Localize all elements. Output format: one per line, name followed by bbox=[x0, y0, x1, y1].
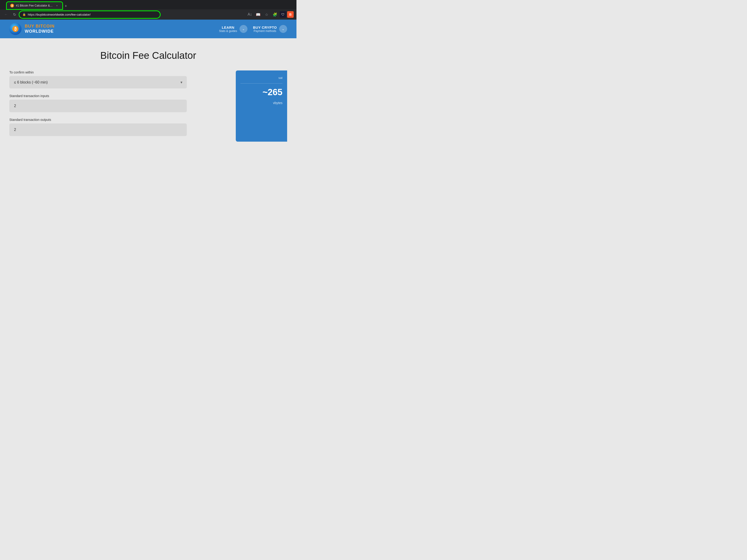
outputs-field-group: Standard transaction outputs bbox=[9, 118, 187, 136]
form-section: To confirm within ≤ 6 blocks (~60 min) ≤… bbox=[9, 71, 187, 142]
browser-chrome: ₿ #1 Bitcoin Fee Calculator & Estin × + … bbox=[0, 0, 297, 20]
learn-sub: Stats & guides bbox=[219, 29, 237, 33]
buy-crypto-label: BUY CRYPTO bbox=[253, 25, 277, 29]
logo-bitcoin-symbol: ₿ bbox=[15, 27, 17, 31]
confirm-label: To confirm within bbox=[9, 71, 187, 74]
result-vbytes-label: vbytes bbox=[240, 101, 282, 105]
extensions-button[interactable]: 🧩 bbox=[271, 11, 279, 18]
favorites-button[interactable]: ☆ bbox=[263, 11, 270, 18]
logo-text: BUY BITCOIN WORLDWIDE bbox=[25, 24, 55, 34]
brave-icon[interactable]: B bbox=[287, 11, 294, 18]
back-button[interactable]: ← bbox=[3, 11, 9, 18]
learn-nav-text: LEARN Stats & guides bbox=[219, 25, 237, 33]
tab-favicon: ₿ bbox=[10, 4, 14, 7]
confirm-select[interactable]: ≤ 6 blocks (~60 min) ≤ 1 block (~10 min)… bbox=[9, 76, 187, 88]
nav-links: LEARN Stats & guides ⌄ BUY CRYPTO Paymen… bbox=[219, 25, 287, 33]
address-bar-row: ← ↻ 🔒 https://buybitcoinworldwide.com/fe… bbox=[0, 9, 297, 20]
result-panel: sat ~265 vbytes bbox=[236, 71, 287, 142]
reload-button[interactable]: ↻ bbox=[11, 11, 18, 18]
page-title: Bitcoin Fee Calculator bbox=[9, 50, 287, 61]
tab-area: ₿ #1 Bitcoin Fee Calculator & Estin × + bbox=[6, 2, 294, 9]
result-unit-label: sat bbox=[240, 76, 282, 80]
learn-nav-item[interactable]: LEARN Stats & guides ⌄ bbox=[219, 25, 247, 33]
site-header: ₿ BUY BITCOIN WORLDWIDE LEARN Stats & gu… bbox=[0, 20, 297, 38]
logo-area[interactable]: ₿ BUY BITCOIN WORLDWIDE bbox=[9, 23, 55, 35]
address-bar[interactable]: 🔒 https://buybitcoinworldwide.com/fee-ca… bbox=[20, 11, 160, 18]
confirm-select-wrapper: ≤ 6 blocks (~60 min) ≤ 1 block (~10 min)… bbox=[9, 76, 187, 88]
buy-crypto-sub: Payment methods bbox=[253, 29, 277, 33]
address-text: https://buybitcoinworldwide.com/fee-calc… bbox=[28, 13, 157, 16]
learn-dropdown-button[interactable]: ⌄ bbox=[239, 25, 248, 33]
logo-text-bottom: WORLDWIDE bbox=[25, 29, 55, 34]
browser-actions: A↕ 📖 ☆ 🧩 🛡 B bbox=[246, 11, 294, 18]
shield-icon[interactable]: 🛡 bbox=[280, 11, 286, 18]
buy-crypto-nav-item[interactable]: BUY CRYPTO Payment methods ⌄ bbox=[253, 25, 287, 33]
calculator-area: To confirm within ≤ 6 blocks (~60 min) ≤… bbox=[9, 71, 287, 142]
inputs-field-group: Standard transaction inputs bbox=[9, 94, 187, 112]
tab-close-button[interactable]: × bbox=[55, 4, 59, 7]
outputs-label: Standard transaction outputs bbox=[9, 118, 187, 122]
logo-text-top: BUY BITCOIN bbox=[25, 24, 55, 29]
learn-label: LEARN bbox=[219, 25, 237, 29]
active-tab[interactable]: ₿ #1 Bitcoin Fee Calculator & Estin × bbox=[6, 2, 62, 9]
logo-globe: ₿ bbox=[9, 23, 22, 35]
lock-icon: 🔒 bbox=[22, 13, 26, 16]
tab-bar: ₿ #1 Bitcoin Fee Calculator & Estin × + bbox=[0, 2, 297, 9]
outputs-field[interactable] bbox=[9, 124, 187, 136]
buy-crypto-dropdown-button[interactable]: ⌄ bbox=[279, 25, 287, 33]
confirm-field-group: To confirm within ≤ 6 blocks (~60 min) ≤… bbox=[9, 71, 187, 88]
new-tab-button[interactable]: + bbox=[62, 3, 69, 9]
text-options-button[interactable]: A↕ bbox=[246, 11, 254, 18]
inputs-field[interactable] bbox=[9, 100, 187, 112]
reading-mode-button[interactable]: 📖 bbox=[254, 11, 262, 18]
tab-title: #1 Bitcoin Fee Calculator & Estin bbox=[16, 4, 53, 7]
main-content: Bitcoin Fee Calculator To confirm within… bbox=[0, 38, 297, 178]
inputs-label: Standard transaction inputs bbox=[9, 94, 187, 98]
result-vbytes-value: ~265 bbox=[240, 87, 282, 97]
buy-crypto-nav-text: BUY CRYPTO Payment methods bbox=[253, 25, 277, 33]
